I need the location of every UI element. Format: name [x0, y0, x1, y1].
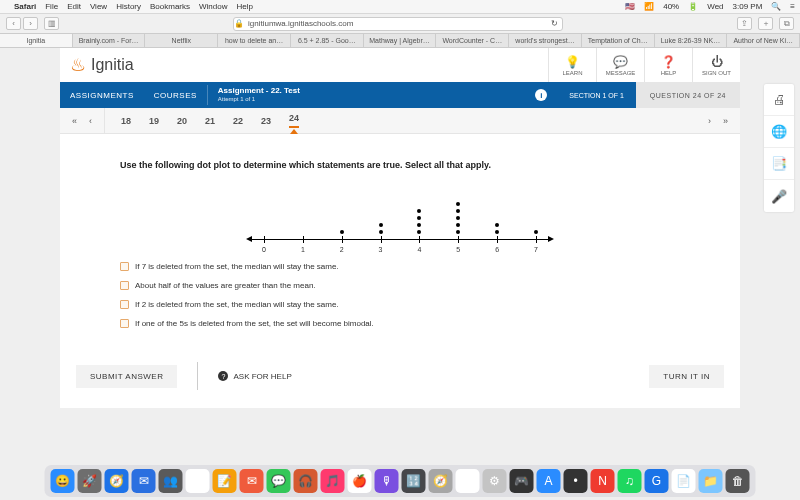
dock-app[interactable]: 🚀: [78, 469, 102, 493]
answer-choice[interactable]: About half of the values are greater tha…: [120, 281, 680, 290]
dock-app[interactable]: 🎙: [375, 469, 399, 493]
dock-app[interactable]: 🧭: [429, 469, 453, 493]
dock-app[interactable]: ✉: [132, 469, 156, 493]
dock-app[interactable]: G: [645, 469, 669, 493]
question-number[interactable]: 18: [121, 116, 131, 126]
browser-tab[interactable]: how to delete an…: [218, 34, 291, 47]
browser-tab[interactable]: Ignitia: [0, 34, 73, 47]
dock-app[interactable]: 🗑: [726, 469, 750, 493]
prev-question-icon[interactable]: ‹: [89, 116, 92, 126]
dock-app[interactable]: 🧭: [105, 469, 129, 493]
browser-tab[interactable]: world's strongest…: [509, 34, 582, 47]
question-number[interactable]: 23: [261, 116, 271, 126]
info-icon[interactable]: i: [535, 89, 547, 101]
menu-extra-icon[interactable]: ≡: [790, 2, 795, 11]
share-button[interactable]: ⇪: [737, 17, 752, 30]
answer-choice[interactable]: If 2 is deleted from the set, the median…: [120, 300, 680, 309]
menu-item[interactable]: Bookmarks: [150, 2, 190, 11]
next-question-icon[interactable]: ›: [708, 116, 711, 126]
answer-choice[interactable]: If 7 is deleted from the set, the median…: [120, 262, 680, 271]
side-tool[interactable]: 📑: [764, 148, 794, 180]
dock-app[interactable]: N: [591, 469, 615, 493]
question-number[interactable]: 24: [289, 113, 299, 128]
header-learn[interactable]: 💡LEARN: [548, 48, 596, 82]
dock-app[interactable]: 📝: [213, 469, 237, 493]
dock-app[interactable]: ♫: [618, 469, 642, 493]
data-dot: [495, 230, 499, 234]
ask-for-help-button[interactable]: ? ASK FOR HELP: [218, 371, 291, 381]
menu-item[interactable]: Window: [199, 2, 227, 11]
menu-app[interactable]: Safari: [14, 2, 36, 11]
browser-tab[interactable]: Brainly.com - For…: [73, 34, 146, 47]
menu-item[interactable]: History: [116, 2, 141, 11]
checkbox[interactable]: [120, 262, 129, 271]
side-tool[interactable]: 🎤: [764, 180, 794, 212]
turn-it-in-button[interactable]: TURN IT IN: [649, 365, 724, 388]
question-indicator[interactable]: QUESTION 24 OF 24: [636, 82, 740, 108]
menu-item[interactable]: Edit: [67, 2, 81, 11]
dock-app[interactable]: 🗓: [186, 469, 210, 493]
assignment-box: Assignment - 22. Test Attempt 1 of 1: [207, 85, 310, 104]
question-number[interactable]: 20: [177, 116, 187, 126]
brand-logo[interactable]: ♨ Ignitia: [70, 54, 134, 76]
header-sign-out[interactable]: ⏻SIGN OUT: [692, 48, 740, 82]
dock-app[interactable]: 📄: [672, 469, 696, 493]
last-question-icon[interactable]: »: [723, 116, 728, 126]
dock-app[interactable]: 👥: [159, 469, 183, 493]
dock-app[interactable]: 🎵: [321, 469, 345, 493]
tabs-button[interactable]: ⧉: [779, 17, 794, 30]
dock-app[interactable]: ✉: [240, 469, 264, 493]
dock-app[interactable]: 13: [456, 469, 480, 493]
menu-day: Wed: [707, 2, 723, 11]
checkbox[interactable]: [120, 300, 129, 309]
action-bar: SUBMIT ANSWER ? ASK FOR HELP TURN IT IN: [60, 348, 740, 408]
checkbox[interactable]: [120, 281, 129, 290]
question-number[interactable]: 21: [205, 116, 215, 126]
answer-choice[interactable]: If one of the 5s is deleted from the set…: [120, 319, 680, 328]
menu-item[interactable]: File: [45, 2, 58, 11]
nav-fwd-button[interactable]: ›: [23, 17, 38, 30]
header-help[interactable]: ❓HELP: [644, 48, 692, 82]
checkbox[interactable]: [120, 319, 129, 328]
flag-icon[interactable]: 🇺🇸: [625, 2, 635, 11]
dock-app[interactable]: 🎮: [510, 469, 534, 493]
dock-app[interactable]: 💬: [267, 469, 291, 493]
dock-app[interactable]: •: [564, 469, 588, 493]
wifi-icon[interactable]: 📶: [644, 2, 654, 11]
question-number[interactable]: 22: [233, 116, 243, 126]
section-indicator[interactable]: SECTION 1 OF 1: [557, 92, 635, 99]
side-tool[interactable]: 🌐: [764, 116, 794, 148]
search-icon[interactable]: 🔍: [771, 2, 781, 11]
dock-app[interactable]: A: [537, 469, 561, 493]
browser-tab[interactable]: Mathway | Algebr…: [364, 34, 437, 47]
dock-app[interactable]: 📁: [699, 469, 723, 493]
submit-answer-button[interactable]: SUBMIT ANSWER: [76, 365, 177, 388]
data-dot: [340, 230, 344, 234]
nav-back-button[interactable]: ‹: [6, 17, 21, 30]
menu-item[interactable]: Help: [236, 2, 252, 11]
newtab-button[interactable]: ＋: [758, 17, 773, 30]
dock-app[interactable]: 🍎: [348, 469, 372, 493]
browser-tab[interactable]: Author of New Ki…: [727, 34, 800, 47]
browser-tab[interactable]: WordCounter - C…: [436, 34, 509, 47]
dock-app[interactable]: 😀: [51, 469, 75, 493]
browser-tab[interactable]: Netflix: [145, 34, 218, 47]
sidebar-button[interactable]: ▥: [44, 17, 59, 30]
mac-menu-bar: Safari File Edit View History Bookmarks …: [0, 0, 800, 14]
browser-tab[interactable]: Temptation of Ch…: [582, 34, 655, 47]
browser-tab[interactable]: 6.5 + 2.85 - Goo…: [291, 34, 364, 47]
browser-tab[interactable]: Luke 8:26-39 NK…: [655, 34, 728, 47]
header-message[interactable]: 💬MESSAGE: [596, 48, 644, 82]
menu-item[interactable]: View: [90, 2, 107, 11]
side-tool[interactable]: 🖨: [764, 84, 794, 116]
dock-app[interactable]: 🔢: [402, 469, 426, 493]
nav-courses[interactable]: COURSES: [144, 91, 207, 100]
question-number[interactable]: 19: [149, 116, 159, 126]
header-icon: ⏻: [711, 55, 723, 69]
nav-assignments[interactable]: ASSIGNMENTS: [60, 91, 144, 100]
dock-app[interactable]: ⚙: [483, 469, 507, 493]
dock-app[interactable]: 🎧: [294, 469, 318, 493]
first-question-icon[interactable]: «: [72, 116, 77, 126]
reload-icon[interactable]: ↻: [551, 19, 558, 28]
address-bar[interactable]: 🔒 ignitiumwa.ignitiaschools.com ↻: [233, 17, 563, 31]
